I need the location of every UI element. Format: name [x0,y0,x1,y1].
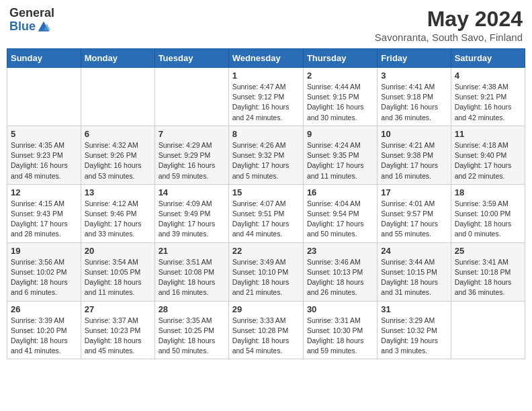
day-number: 9 [307,129,373,139]
day-info: Sunrise: 4:32 AM Sunset: 9:26 PM Dayligh… [85,140,151,181]
calendar-cell: 10Sunrise: 4:21 AM Sunset: 9:38 PM Dayli… [378,126,451,184]
day-info: Sunrise: 4:44 AM Sunset: 9:15 PM Dayligh… [307,82,373,123]
day-of-week-header: Monday [81,49,154,68]
day-info: Sunrise: 4:41 AM Sunset: 9:18 PM Dayligh… [381,82,447,123]
calendar-cell: 12Sunrise: 4:15 AM Sunset: 9:43 PM Dayli… [7,184,81,242]
day-number: 3 [381,71,447,81]
calendar-cell: 7Sunrise: 4:29 AM Sunset: 9:29 PM Daylig… [154,126,228,184]
calendar-cell: 13Sunrise: 4:12 AM Sunset: 9:46 PM Dayli… [81,184,154,242]
day-number: 6 [85,129,151,139]
day-number: 12 [11,187,77,197]
day-of-week-header: Tuesday [154,49,228,68]
calendar-week-row: 19Sunrise: 3:56 AM Sunset: 10:02 PM Dayl… [7,242,525,301]
header: General Blue May 2024 Savonranta, South … [7,7,525,43]
day-info: Sunrise: 4:35 AM Sunset: 9:23 PM Dayligh… [11,140,77,181]
calendar-cell: 30Sunrise: 3:31 AM Sunset: 10:30 PM Dayl… [303,301,377,359]
calendar-cell [7,68,81,126]
day-info: Sunrise: 4:21 AM Sunset: 9:38 PM Dayligh… [381,140,447,181]
day-info: Sunrise: 3:41 AM Sunset: 10:18 PM Daylig… [455,257,521,298]
day-number: 31 [381,304,447,314]
title-area: May 2024 Savonranta, South Savo, Finland [375,7,523,43]
day-info: Sunrise: 3:54 AM Sunset: 10:05 PM Daylig… [85,257,151,298]
day-number: 10 [381,129,447,139]
day-number: 15 [232,187,300,197]
calendar-cell: 27Sunrise: 3:37 AM Sunset: 10:23 PM Dayl… [81,301,154,359]
day-number: 24 [381,246,447,256]
calendar-cell: 5Sunrise: 4:35 AM Sunset: 9:23 PM Daylig… [7,126,81,184]
day-number: 26 [11,304,77,314]
day-number: 11 [455,129,521,139]
day-number: 5 [11,129,77,139]
calendar-cell: 15Sunrise: 4:07 AM Sunset: 9:51 PM Dayli… [228,184,303,242]
day-number: 1 [232,71,300,81]
calendar-cell: 20Sunrise: 3:54 AM Sunset: 10:05 PM Dayl… [81,242,154,301]
day-number: 14 [159,187,225,197]
calendar-cell: 23Sunrise: 3:46 AM Sunset: 10:13 PM Dayl… [303,242,377,301]
day-number: 30 [307,304,373,314]
calendar-cell: 2Sunrise: 4:44 AM Sunset: 9:15 PM Daylig… [303,68,377,126]
calendar-cell: 11Sunrise: 4:18 AM Sunset: 9:40 PM Dayli… [451,126,525,184]
day-of-week-header: Friday [378,49,451,68]
day-info: Sunrise: 4:07 AM Sunset: 9:51 PM Dayligh… [232,199,300,240]
day-number: 21 [159,246,225,256]
day-number: 7 [159,129,225,139]
day-info: Sunrise: 4:09 AM Sunset: 9:49 PM Dayligh… [159,199,225,240]
day-info: Sunrise: 3:39 AM Sunset: 10:20 PM Daylig… [11,316,77,357]
calendar-cell: 4Sunrise: 4:38 AM Sunset: 9:21 PM Daylig… [451,68,525,126]
day-number: 23 [307,246,373,256]
calendar-cell: 8Sunrise: 4:26 AM Sunset: 9:32 PM Daylig… [228,126,303,184]
day-info: Sunrise: 3:59 AM Sunset: 10:00 PM Daylig… [455,199,521,240]
day-info: Sunrise: 3:46 AM Sunset: 10:13 PM Daylig… [307,257,373,298]
calendar-table: SundayMondayTuesdayWednesdayThursdayFrid… [7,48,525,359]
calendar-week-row: 5Sunrise: 4:35 AM Sunset: 9:23 PM Daylig… [7,126,525,184]
calendar-cell [154,68,228,126]
calendar-cell: 1Sunrise: 4:47 AM Sunset: 9:12 PM Daylig… [228,68,303,126]
day-of-week-header: Wednesday [228,49,303,68]
calendar-cell: 19Sunrise: 3:56 AM Sunset: 10:02 PM Dayl… [7,242,81,301]
calendar-cell: 6Sunrise: 4:32 AM Sunset: 9:26 PM Daylig… [81,126,154,184]
day-of-week-header: Thursday [303,49,377,68]
calendar-cell: 18Sunrise: 3:59 AM Sunset: 10:00 PM Dayl… [451,184,525,242]
day-number: 27 [85,304,151,314]
day-of-week-header: Sunday [7,49,81,68]
day-number: 16 [307,187,373,197]
calendar-cell: 29Sunrise: 3:33 AM Sunset: 10:28 PM Dayl… [228,301,303,359]
day-number: 20 [85,246,151,256]
day-info: Sunrise: 4:26 AM Sunset: 9:32 PM Dayligh… [232,140,300,181]
calendar-cell: 21Sunrise: 3:51 AM Sunset: 10:08 PM Dayl… [154,242,228,301]
day-info: Sunrise: 4:18 AM Sunset: 9:40 PM Dayligh… [455,140,521,181]
logo-icon [37,20,50,34]
calendar-cell: 28Sunrise: 3:35 AM Sunset: 10:25 PM Dayl… [154,301,228,359]
subtitle: Savonranta, South Savo, Finland [375,32,523,43]
day-info: Sunrise: 3:51 AM Sunset: 10:08 PM Daylig… [159,257,225,298]
day-number: 17 [381,187,447,197]
day-info: Sunrise: 4:12 AM Sunset: 9:46 PM Dayligh… [85,199,151,240]
calendar-cell: 9Sunrise: 4:24 AM Sunset: 9:35 PM Daylig… [303,126,377,184]
calendar-cell [81,68,154,126]
day-number: 29 [232,304,300,314]
day-number: 8 [232,129,300,139]
day-number: 18 [455,187,521,197]
day-info: Sunrise: 3:37 AM Sunset: 10:23 PM Daylig… [85,316,151,357]
calendar-cell: 17Sunrise: 4:01 AM Sunset: 9:57 PM Dayli… [378,184,451,242]
day-info: Sunrise: 3:49 AM Sunset: 10:10 PM Daylig… [232,257,300,298]
calendar-week-row: 26Sunrise: 3:39 AM Sunset: 10:20 PM Dayl… [7,301,525,359]
logo: General Blue [9,7,54,34]
day-number: 19 [11,246,77,256]
logo-blue-text: Blue [9,20,36,34]
calendar-cell: 26Sunrise: 3:39 AM Sunset: 10:20 PM Dayl… [7,301,81,359]
calendar-cell: 16Sunrise: 4:04 AM Sunset: 9:54 PM Dayli… [303,184,377,242]
day-number: 13 [85,187,151,197]
day-info: Sunrise: 3:35 AM Sunset: 10:25 PM Daylig… [159,316,225,357]
calendar-cell: 24Sunrise: 3:44 AM Sunset: 10:15 PM Dayl… [378,242,451,301]
day-info: Sunrise: 3:33 AM Sunset: 10:28 PM Daylig… [232,316,300,357]
day-number: 25 [455,246,521,256]
logo-general-text: General [9,7,54,20]
calendar-week-row: 1Sunrise: 4:47 AM Sunset: 9:12 PM Daylig… [7,68,525,126]
day-info: Sunrise: 4:24 AM Sunset: 9:35 PM Dayligh… [307,140,373,181]
day-info: Sunrise: 3:31 AM Sunset: 10:30 PM Daylig… [307,316,373,357]
day-info: Sunrise: 4:01 AM Sunset: 9:57 PM Dayligh… [381,199,447,240]
main-title: May 2024 [375,7,523,32]
day-info: Sunrise: 4:29 AM Sunset: 9:29 PM Dayligh… [159,140,225,181]
day-number: 28 [159,304,225,314]
